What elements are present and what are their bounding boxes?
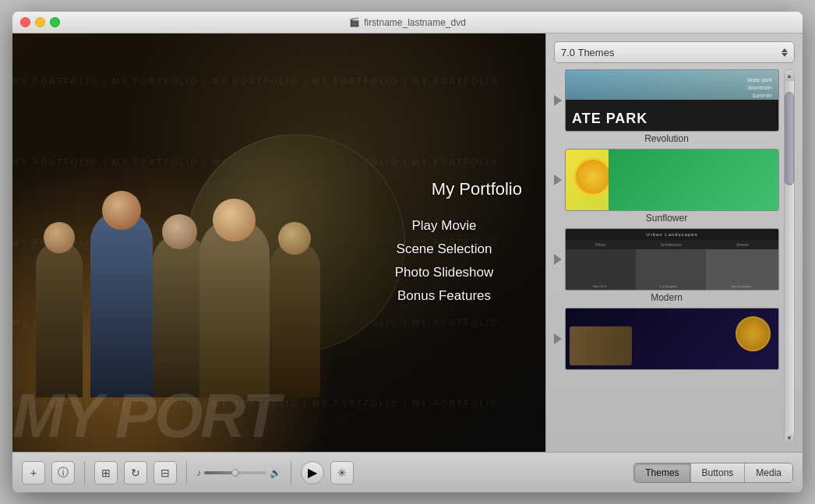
modern-city-labels: New York Los Angeles San Francisco (566, 284, 778, 288)
bottom-watermark-text: MY PORT (12, 380, 278, 452)
sunflower-label: Sunflower (646, 213, 687, 224)
modern-play-icon (554, 254, 562, 265)
menu-item-scene[interactable]: Scene Selection (366, 238, 522, 260)
structure-icon: ⊞ (101, 467, 111, 479)
modern-nav-2: Architecture (661, 242, 682, 247)
fourth-people (570, 326, 632, 365)
person-5 (270, 241, 320, 397)
sunflower-bg (566, 150, 778, 210)
city-2: Los Angeles (660, 284, 677, 288)
toolbar: + ⓘ ⊞ ↻ ⊟ ♪ 🔊 (12, 452, 803, 492)
revolution-label: Revolution (644, 133, 689, 144)
divider-2 (186, 461, 187, 485)
menu-title: My Portfolio (432, 179, 522, 199)
info-icon: ⓘ (58, 466, 69, 480)
menu-overlay: My Portfolio Play Movie Scene Selection … (366, 33, 530, 452)
city-1: New York (593, 284, 606, 288)
modern-wrapper: Urban Landscapes Photo Architecture Stre… (554, 228, 779, 291)
titlebar: 🎬 firstname_lastname_dvd (12, 12, 803, 33)
sunflower-spirals (609, 150, 778, 210)
modern-nav: Photo Architecture Streets (566, 240, 778, 249)
dropdown-arrow (781, 48, 788, 57)
volume-control: ♪ 🔊 (196, 467, 281, 478)
info-button[interactable]: ⓘ (51, 461, 75, 485)
spinner-icon: ✳ (337, 467, 347, 479)
menu-item-bonus[interactable]: Bonus Features (366, 285, 522, 307)
themes-dropdown-label: 7.0 Themes (561, 47, 614, 58)
close-button[interactable] (20, 17, 30, 27)
revolution-park-text: ATE PARK (572, 111, 647, 127)
person-1 (36, 241, 83, 397)
main-window: 🎬 firstname_lastname_dvd MY PORTFOLIO | … (12, 12, 803, 492)
volume-track[interactable] (204, 471, 266, 474)
modern-image: New York Los Angeles San Francisco (566, 249, 778, 290)
fourth-thumbnail (565, 308, 779, 370)
fourth-play-icon (554, 333, 562, 344)
city-3: San Francisco (732, 284, 752, 288)
modern-nav-3: Streets (736, 242, 749, 247)
fourth-compass (736, 316, 771, 351)
add-icon: + (30, 467, 37, 479)
revolution-text: skate parkdowntownsummer (747, 76, 772, 99)
title-text: firstname_lastname_dvd (364, 17, 466, 28)
right-panel: 7.0 Themes sk (545, 33, 803, 452)
modern-bg: Urban Landscapes Photo Architecture Stre… (566, 229, 778, 290)
scroll-down-button[interactable]: ▼ (785, 432, 794, 443)
revolution-thumbnail: skate parkdowntownsummer ATE PARK (565, 69, 779, 132)
person-2 (90, 210, 153, 397)
grid-button[interactable]: ⊟ (153, 461, 177, 485)
main-content: MY PORTFOLIO | MY PORTFOLIO | MY PORTFOL… (12, 33, 803, 452)
fourth-wrapper (554, 308, 779, 370)
sunflower-wrapper (554, 149, 779, 211)
modern-label: Modern (651, 292, 683, 303)
sunflower-play-icon (554, 174, 562, 185)
tab-group: Themes Buttons Media (633, 463, 793, 483)
refresh-icon: ↻ (131, 467, 140, 479)
sunflower-center (573, 157, 612, 196)
divider-1 (84, 461, 85, 485)
speaker-min-icon: ♪ (196, 467, 201, 478)
play-icon: ▶ (308, 465, 317, 480)
menu-item-play[interactable]: Play Movie (366, 215, 522, 237)
grid-icon: ⊟ (161, 467, 170, 479)
theme-item-modern[interactable]: Urban Landscapes Photo Architecture Stre… (554, 228, 779, 303)
themes-list: skate parkdowntownsummer ATE PARK Revolu… (554, 69, 795, 444)
speaker-max-icon: 🔊 (270, 467, 281, 478)
modern-header: Urban Landscapes (566, 229, 778, 240)
themes-scrollbar[interactable]: ▲ ▼ (784, 69, 795, 444)
person-4 (199, 218, 270, 397)
refresh-button[interactable]: ↻ (124, 461, 147, 485)
arrow-up-icon (781, 48, 788, 52)
window-title: 🎬 firstname_lastname_dvd (349, 17, 466, 28)
preview-area: MY PORTFOLIO | MY PORTFOLIO | MY PORTFOL… (12, 33, 545, 452)
themes-scroll: skate parkdowntownsummer ATE PARK Revolu… (554, 69, 779, 444)
tab-themes[interactable]: Themes (634, 463, 690, 482)
modern-nav-1: Photo (595, 242, 605, 247)
play-button[interactable]: ▶ (301, 461, 324, 485)
menu-items: Play Movie Scene Selection Photo Slidesh… (366, 215, 522, 307)
minimize-button[interactable] (35, 17, 45, 27)
scrollbar-thumb[interactable] (785, 92, 794, 185)
tab-media[interactable]: Media (745, 463, 792, 482)
revolution-wrapper: skate parkdowntownsummer ATE PARK (554, 69, 779, 132)
fourth-bg (566, 308, 778, 369)
scroll-up-button[interactable]: ▲ (785, 70, 794, 81)
modern-thumbnail: Urban Landscapes Photo Architecture Stre… (565, 228, 779, 291)
volume-knob[interactable] (231, 469, 239, 477)
structure-button[interactable]: ⊞ (94, 461, 118, 485)
volume-fill (204, 471, 235, 474)
menu-item-photo[interactable]: Photo Slideshow (366, 262, 522, 284)
arrow-down-icon (781, 53, 788, 57)
revolution-play-icon (554, 95, 562, 106)
add-button[interactable]: + (22, 461, 45, 485)
themes-dropdown[interactable]: 7.0 Themes (554, 41, 795, 63)
theme-item-sunflower[interactable]: Sunflower (554, 149, 779, 224)
sunflower-thumbnail (565, 149, 779, 211)
film-icon: 🎬 (349, 17, 360, 27)
tab-buttons[interactable]: Buttons (691, 463, 746, 482)
divider-3 (291, 461, 291, 485)
spinner-button[interactable]: ✳ (330, 461, 354, 485)
theme-item-fourth[interactable] (554, 308, 779, 370)
theme-item-revolution[interactable]: skate parkdowntownsummer ATE PARK Revolu… (554, 69, 779, 144)
maximize-button[interactable] (50, 17, 60, 27)
